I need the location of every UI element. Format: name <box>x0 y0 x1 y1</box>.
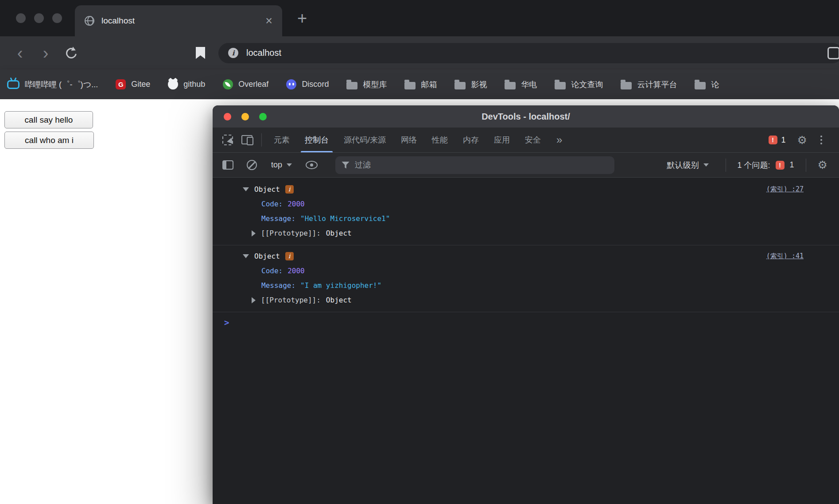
console-toolbar-right: 默认级别 1 个问题: ! 1 ⚙ <box>662 159 834 172</box>
console-sidebar-button[interactable] <box>218 156 237 174</box>
bookmark-folder-models[interactable]: 模型库 <box>346 79 387 90</box>
console-output[interactable]: Object i (索引) :27 Code: 2000 Message: "H… <box>213 178 839 504</box>
context-label: top <box>271 160 282 170</box>
console-filter[interactable] <box>335 156 614 174</box>
bookmark-discord[interactable]: Discord <box>286 79 329 89</box>
info-badge-icon[interactable]: i <box>285 252 294 260</box>
bookmark-folder-cloud[interactable]: 云计算平台 <box>621 79 677 90</box>
bookmark-label: Discord <box>302 80 329 89</box>
prototype-line[interactable]: [[Prototype]]: Object <box>213 226 839 240</box>
zoom-window-button[interactable] <box>52 13 62 23</box>
bookmark-bilibili[interactable]: 哔哩哔哩 (゜-゜)つ... <box>7 79 98 90</box>
object-preview-line[interactable]: Object i (索引) :41 <box>213 249 839 264</box>
bookmarks-bar: 哔哩哔哩 (゜-゜)つ... G Gitee github Overleaf D… <box>0 70 839 99</box>
clear-console-button[interactable] <box>242 156 261 174</box>
close-window-button[interactable] <box>16 13 26 23</box>
error-icon: ! <box>769 136 777 144</box>
expand-triangle-icon[interactable] <box>252 230 256 236</box>
bilibili-icon <box>7 80 19 89</box>
more-tabs-icon[interactable]: » <box>548 134 570 146</box>
bookmark-label: 邮箱 <box>421 79 437 90</box>
bookmark-label: github <box>183 80 205 89</box>
device-toolbar-button[interactable] <box>237 131 257 149</box>
collapse-triangle-icon[interactable] <box>243 187 249 191</box>
devtools-titlebar[interactable]: DevTools - localhost/ <box>213 105 839 128</box>
tab-console[interactable]: 控制台 <box>297 128 336 152</box>
log-levels-label: 默认级别 <box>667 160 699 171</box>
minimize-window-button[interactable] <box>241 113 249 120</box>
object-property: Code: 2000 <box>213 264 839 278</box>
bookmark-folder-papers[interactable]: 论文查询 <box>555 79 603 90</box>
console-settings-gear-icon[interactable]: ⚙ <box>818 159 827 171</box>
forward-icon[interactable]: › <box>33 45 58 62</box>
error-count: 1 <box>781 136 786 145</box>
call-say-hello-button[interactable]: call say hello <box>4 111 93 128</box>
kebab-menu-icon[interactable] <box>819 134 824 146</box>
tab-elements[interactable]: 元素 <box>266 128 297 152</box>
folder-icon <box>454 82 466 89</box>
prototype-line[interactable]: [[Prototype]]: Object <box>213 293 839 307</box>
tab-performance[interactable]: 性能 <box>424 128 455 152</box>
live-expression-button[interactable] <box>302 156 321 174</box>
reload-icon[interactable] <box>66 48 77 58</box>
collapse-triangle-icon[interactable] <box>243 254 249 258</box>
folder-icon <box>404 82 416 89</box>
device-toolbar-icon <box>241 135 253 145</box>
settings-gear-icon[interactable]: ⚙ <box>797 135 807 146</box>
filter-input[interactable] <box>355 160 608 170</box>
devtools-window-controls <box>224 113 267 120</box>
call-who-am-i-button[interactable]: call who am i <box>4 132 94 149</box>
console-prompt[interactable]: > <box>213 312 839 327</box>
property-key: Code: <box>261 197 283 211</box>
info-badge-icon[interactable]: i <box>285 185 294 194</box>
tab-memory[interactable]: 内存 <box>455 128 486 152</box>
chevron-down-icon <box>703 163 709 167</box>
log-levels-selector[interactable]: 默认级别 <box>662 160 714 171</box>
bookmark-folder-truncated[interactable]: 论 <box>695 79 719 90</box>
property-key: Message: <box>261 211 295 226</box>
bookmark-label: Gitee <box>131 80 150 89</box>
tab-application[interactable]: 应用 <box>486 128 517 152</box>
bookmark-label: 云计算平台 <box>637 79 677 90</box>
bookmark-folder-video[interactable]: 影视 <box>454 79 487 90</box>
bookmark-gitee[interactable]: G Gitee <box>116 79 150 89</box>
error-count-badge[interactable]: ! 1 <box>769 136 786 145</box>
source-location-link[interactable]: (索引) :41 <box>766 249 804 264</box>
eye-icon <box>306 161 318 169</box>
object-label[interactable]: Object <box>254 182 280 197</box>
omnibox-action-icon[interactable] <box>827 47 839 59</box>
issues-label: 1 个问题: <box>738 160 770 171</box>
bookmark-label: Overleaf <box>238 80 268 89</box>
folder-icon <box>555 82 566 89</box>
globe-favicon-icon <box>85 16 94 26</box>
property-value: "I am yizhigopher!" <box>300 278 381 293</box>
bookmark-flag-icon[interactable] <box>196 47 205 59</box>
site-info-icon[interactable]: i <box>228 48 238 58</box>
new-tab-button[interactable]: + <box>291 8 313 29</box>
zoom-window-button[interactable] <box>259 113 267 120</box>
console-message: Object i (索引) :41 Code: 2000 Message: "I… <box>213 245 839 312</box>
bookmark-folder-mail[interactable]: 邮箱 <box>404 79 437 90</box>
address-bar[interactable]: i localhost <box>218 43 839 63</box>
divider <box>806 159 806 172</box>
minimize-window-button[interactable] <box>34 13 44 23</box>
browser-tab[interactable]: localhost × <box>75 5 282 36</box>
bookmark-folder-huadian[interactable]: 华电 <box>505 79 537 90</box>
bookmark-overleaf[interactable]: Overleaf <box>223 79 268 89</box>
url-text[interactable]: localhost <box>246 48 281 58</box>
tab-sources[interactable]: 源代码/来源 <box>336 128 393 152</box>
context-selector[interactable]: top <box>266 160 297 170</box>
close-window-button[interactable] <box>224 113 231 120</box>
expand-triangle-icon[interactable] <box>252 297 256 303</box>
source-location-link[interactable]: (索引) :27 <box>766 182 804 197</box>
tab-network[interactable]: 网络 <box>393 128 424 152</box>
bookmark-github[interactable]: github <box>168 79 205 89</box>
back-icon[interactable]: ‹ <box>7 45 33 62</box>
inspect-element-button[interactable] <box>218 131 237 149</box>
object-property: Message: "I am yizhigopher!" <box>213 278 839 293</box>
tab-close-icon[interactable]: × <box>265 15 272 27</box>
object-preview-line[interactable]: Object i (索引) :27 <box>213 182 839 197</box>
issues-counter[interactable]: 1 个问题: ! 1 <box>738 160 794 171</box>
tab-security[interactable]: 安全 <box>517 128 548 152</box>
object-label[interactable]: Object <box>254 249 280 264</box>
